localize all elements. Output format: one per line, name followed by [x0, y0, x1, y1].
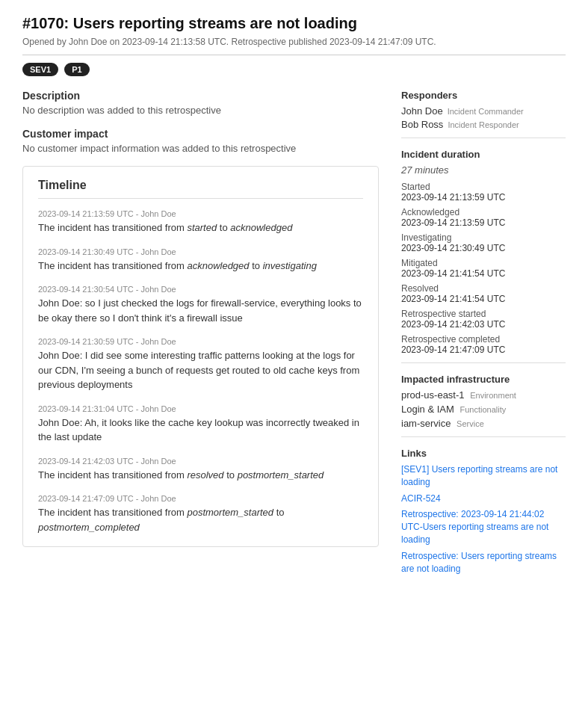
right-divider — [401, 362, 566, 363]
description-text: No description was added to this retrosp… — [22, 105, 379, 116]
infra-type: Environment — [470, 391, 516, 400]
timeline-box: Timeline 2023-09-14 21:13:59 UTC - John … — [22, 166, 379, 547]
timeline-row-label: Retrospective started — [401, 309, 566, 319]
timeline-row-value: 2023-09-14 21:13:59 UTC — [401, 217, 566, 228]
description-heading: Description — [22, 90, 379, 102]
timeline-row-label: Acknowledged — [401, 207, 566, 217]
right-column: Responders John Doe Incident Commander B… — [401, 90, 566, 578]
badge-container: SEV1 P1 — [22, 63, 566, 76]
infra-name: Login & IAM — [401, 404, 454, 415]
timeline-row: Started 2023-09-14 21:13:59 UTC — [401, 182, 566, 203]
timeline-entry: 2023-09-14 21:30:49 UTC - John Doe The i… — [38, 247, 363, 274]
timeline-row: Retrospective completed 2023-09-14 21:47… — [401, 334, 566, 355]
infra-row: Login & IAM Functionality — [401, 404, 566, 415]
link-item[interactable]: [SEV1] Users reporting streams are not l… — [401, 463, 566, 489]
timeline-content: John Doe: so I just checked the logs for… — [38, 296, 363, 325]
timeline-meta: 2023-09-14 21:30:54 UTC - John Doe — [38, 285, 363, 294]
infra-type: Service — [457, 419, 484, 428]
impacted-infra-list: prod-us-east-1 Environment Login & IAM F… — [401, 389, 566, 429]
infra-row: iam-service Service — [401, 418, 566, 429]
priority-badge: P1 — [64, 63, 89, 76]
incident-timeline-rows: Started 2023-09-14 21:13:59 UTC Acknowle… — [401, 182, 566, 355]
timeline-entry: 2023-09-14 21:13:59 UTC - John Doe The i… — [38, 209, 363, 235]
timeline-row-label: Investigating — [401, 232, 566, 243]
link-item[interactable]: Retrospective: Users reporting streams a… — [401, 550, 566, 575]
timeline-row-label: Started — [401, 182, 566, 192]
infra-name: prod-us-east-1 — [401, 389, 465, 401]
timeline-row-label: Mitigated — [401, 258, 566, 268]
responder-role: Incident Commander — [448, 107, 524, 116]
timeline-meta: 2023-09-14 21:42:03 UTC - John Doe — [38, 457, 363, 466]
timeline-content: The incident has transitioned from resol… — [38, 468, 363, 483]
timeline-row-value: 2023-09-14 21:30:49 UTC — [401, 243, 566, 253]
link-item[interactable]: Retrospective: 2023-09-14 21:44:02 UTC-U… — [401, 508, 566, 546]
responder-name: Bob Ross — [401, 119, 443, 130]
infra-name: iam-service — [401, 418, 451, 429]
incident-duration-heading: Incident duration — [401, 149, 566, 160]
timeline-row-value: 2023-09-14 21:41:54 UTC — [401, 294, 566, 304]
customer-impact-heading: Customer impact — [22, 128, 379, 140]
customer-impact-text: No customer impact information was added… — [22, 143, 379, 154]
links-list: [SEV1] Users reporting streams are not l… — [401, 463, 566, 575]
timeline-content: John Doe: Ah, it looks like the cache ke… — [38, 416, 363, 445]
timeline-row-value: 2023-09-14 21:41:54 UTC — [401, 268, 566, 279]
timeline-row-label: Resolved — [401, 283, 566, 294]
timeline-entry: 2023-09-14 21:47:09 UTC - John Doe The i… — [38, 494, 363, 534]
timeline-meta: 2023-09-14 21:47:09 UTC - John Doe — [38, 494, 363, 503]
timeline-entry: 2023-09-14 21:30:54 UTC - John Doe John … — [38, 285, 363, 325]
timeline-row-value: 2023-09-14 21:47:09 UTC — [401, 345, 566, 355]
timeline-content: The incident has transitioned from postm… — [38, 505, 363, 534]
responders-list: John Doe Incident Commander Bob Ross Inc… — [401, 105, 566, 130]
responder-name: John Doe — [401, 105, 443, 117]
timeline-row-value: 2023-09-14 21:13:59 UTC — [401, 192, 566, 203]
main-layout: Description No description was added to … — [22, 90, 566, 578]
responder-row: Bob Ross Incident Responder — [401, 119, 566, 130]
right-divider — [401, 436, 566, 437]
timeline-content: John Doe: I did see some interesting tra… — [38, 348, 363, 392]
responder-row: John Doe Incident Commander — [401, 105, 566, 117]
timeline-heading: Timeline — [38, 179, 363, 199]
links-heading: Links — [401, 448, 566, 459]
page-title: #1070: Users reporting streams are not l… — [22, 15, 566, 32]
timeline-row: Retrospective started 2023-09-14 21:42:0… — [401, 309, 566, 330]
page-subtitle: Opened by John Doe on 2023-09-14 21:13:5… — [22, 37, 566, 47]
timeline-entry: 2023-09-14 21:31:04 UTC - John Doe John … — [38, 404, 363, 445]
link-item[interactable]: ACIR-524 — [401, 493, 566, 505]
responder-role: Incident Responder — [448, 120, 519, 129]
timeline-row: Resolved 2023-09-14 21:41:54 UTC — [401, 283, 566, 304]
timeline-row-label: Retrospective completed — [401, 334, 566, 345]
impacted-infra-heading: Impacted infrastructure — [401, 374, 566, 385]
right-divider — [401, 138, 566, 138]
left-column: Description No description was added to … — [22, 90, 379, 578]
timeline-entry: 2023-09-14 21:42:03 UTC - John Doe The i… — [38, 457, 363, 483]
timeline-row: Investigating 2023-09-14 21:30:49 UTC — [401, 232, 566, 253]
title-divider — [22, 55, 566, 55]
timeline-content: The incident has transitioned from ackno… — [38, 259, 363, 274]
timeline-row: Acknowledged 2023-09-14 21:13:59 UTC — [401, 207, 566, 228]
timeline-meta: 2023-09-14 21:30:49 UTC - John Doe — [38, 247, 363, 256]
timeline-row: Mitigated 2023-09-14 21:41:54 UTC — [401, 258, 566, 279]
infra-type: Functionality — [459, 405, 506, 414]
timeline-meta: 2023-09-14 21:30:59 UTC - John Doe — [38, 337, 363, 346]
infra-row: prod-us-east-1 Environment — [401, 389, 566, 401]
timeline-content: The incident has transitioned from start… — [38, 220, 363, 235]
sev-badge: SEV1 — [22, 63, 58, 76]
timeline-entry: 2023-09-14 21:30:59 UTC - John Doe John … — [38, 337, 363, 392]
duration-value: 27 minutes — [401, 164, 566, 176]
responders-heading: Responders — [401, 90, 566, 101]
timeline-meta: 2023-09-14 21:31:04 UTC - John Doe — [38, 404, 363, 413]
timeline-meta: 2023-09-14 21:13:59 UTC - John Doe — [38, 209, 363, 218]
timeline-row-value: 2023-09-14 21:42:03 UTC — [401, 319, 566, 330]
